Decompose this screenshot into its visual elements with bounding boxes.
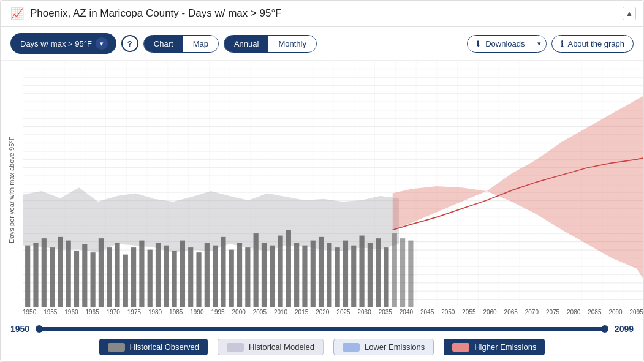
downloads-arrow-button[interactable]: ▾ [532, 36, 546, 51]
svg-rect-105 [376, 238, 381, 307]
timeline-end: 2099 [615, 324, 634, 334]
info-icon: ℹ [561, 39, 564, 48]
svg-rect-100 [335, 247, 340, 307]
view-tab-group: Chart Map [143, 35, 219, 53]
svg-rect-109 [408, 241, 413, 307]
svg-rect-79 [164, 246, 169, 307]
svg-rect-103 [359, 236, 364, 307]
timeline-start: 1950 [10, 324, 29, 334]
svg-rect-69 [82, 244, 87, 307]
svg-rect-85 [213, 246, 218, 307]
legend-higher-em: Higher Emissions [444, 339, 545, 355]
svg-rect-71 [99, 238, 104, 307]
period-annual[interactable]: Annual [224, 36, 268, 52]
svg-rect-95 [294, 243, 299, 307]
svg-rect-97 [311, 241, 316, 307]
svg-rect-94 [286, 230, 291, 307]
svg-rect-87 [229, 250, 234, 307]
tab-chart[interactable]: Chart [144, 36, 183, 52]
legend-historical-obs: Historical Observed [99, 339, 208, 355]
svg-rect-102 [351, 246, 356, 307]
svg-rect-80 [172, 251, 177, 307]
legend-label-historical-mod: Historical Modeled [249, 342, 314, 352]
svg-rect-66 [58, 237, 63, 307]
legend-swatch-lower-em [343, 343, 360, 352]
legend-swatch-historical-obs [108, 343, 125, 352]
chart-area: Days per year with max above 95°F [1, 61, 643, 319]
svg-rect-107 [392, 233, 397, 307]
legend-lower-em: Lower Emissions [333, 339, 434, 355]
svg-rect-104 [368, 243, 373, 307]
svg-rect-88 [237, 243, 242, 307]
about-button[interactable]: ℹ About the graph [551, 35, 634, 53]
svg-rect-63 [33, 243, 38, 307]
svg-rect-81 [180, 241, 185, 307]
legend-label-lower-em: Lower Emissions [365, 342, 425, 352]
svg-rect-93 [278, 236, 282, 307]
timeline-track [36, 327, 608, 331]
svg-rect-98 [319, 237, 324, 307]
legend-row: Historical Observed Historical Modeled L… [10, 339, 634, 355]
svg-rect-90 [254, 233, 259, 307]
variable-dropdown[interactable]: Days w/ max > 95°F ▾ [10, 33, 116, 54]
controls-bar: Days w/ max > 95°F ▾ ? Chart Map Annual … [1, 27, 643, 61]
bottom-section: 1950 2099 Historical Observed Historical… [1, 319, 643, 361]
dropdown-label: Days w/ max > 95°F [20, 39, 92, 48]
svg-rect-65 [50, 247, 55, 307]
svg-rect-76 [139, 241, 144, 307]
svg-rect-86 [221, 237, 225, 307]
svg-rect-64 [42, 238, 47, 307]
about-label: About the graph [567, 39, 624, 48]
collapse-button[interactable]: ▲ [623, 7, 636, 20]
legend-swatch-historical-mod [227, 343, 244, 352]
timeline-dot-right [601, 325, 608, 333]
app-container: 📈 Phoenix, AZ in Maricopa County - Days … [0, 0, 644, 362]
svg-rect-74 [123, 255, 128, 307]
legend-historical-mod: Historical Modeled [218, 339, 324, 355]
svg-rect-89 [245, 247, 250, 307]
x-axis: 1950 1955 1960 1965 1970 1975 1980 1985 … [23, 307, 643, 319]
timeline-dot-left [36, 325, 43, 333]
svg-rect-77 [148, 250, 153, 307]
downloads-label: Downloads [485, 39, 525, 48]
chart-icon: 📈 [10, 7, 24, 20]
period-tab-group: Annual Monthly [224, 35, 317, 53]
svg-rect-101 [343, 241, 348, 307]
svg-rect-78 [156, 243, 161, 307]
page-title: Phoenix, AZ in Maricopa County - Days w/… [30, 7, 282, 20]
tab-map[interactable]: Map [183, 36, 218, 52]
legend-swatch-higher-em [452, 343, 469, 352]
svg-rect-73 [115, 243, 119, 307]
svg-rect-83 [196, 252, 201, 307]
svg-rect-99 [327, 243, 331, 307]
svg-rect-62 [25, 246, 30, 307]
download-icon: ⬇ [475, 39, 482, 48]
svg-rect-82 [188, 247, 193, 307]
y-axis-label: Days per year with max above 95°F [1, 61, 23, 319]
svg-rect-75 [131, 247, 136, 307]
svg-rect-106 [384, 247, 388, 307]
help-button[interactable]: ? [121, 35, 138, 52]
svg-rect-67 [66, 241, 71, 307]
svg-rect-91 [262, 243, 267, 307]
svg-rect-92 [270, 246, 275, 307]
downloads-button-group: ⬇ Downloads ▾ [467, 35, 547, 53]
period-monthly[interactable]: Monthly [268, 36, 316, 52]
header: 📈 Phoenix, AZ in Maricopa County - Days … [1, 1, 643, 27]
legend-label-higher-em: Higher Emissions [474, 342, 536, 352]
downloads-main-button[interactable]: ⬇ Downloads [468, 36, 532, 52]
svg-rect-68 [74, 251, 79, 307]
timeline-row: 1950 2099 [10, 324, 634, 334]
chart-svg-wrap: 235 230 225 220 215 210 205 200 195 190 … [23, 61, 643, 307]
svg-rect-72 [107, 247, 112, 307]
legend-label-historical-obs: Historical Observed [130, 342, 199, 352]
chart-svg: 235 230 225 220 215 210 205 200 195 190 … [23, 61, 643, 307]
svg-rect-70 [91, 252, 96, 307]
chart-inner: 235 230 225 220 215 210 205 200 195 190 … [23, 61, 643, 319]
svg-rect-84 [205, 243, 210, 307]
svg-rect-96 [302, 246, 307, 307]
svg-rect-108 [400, 238, 405, 307]
dropdown-arrow-icon: ▾ [96, 37, 108, 50]
